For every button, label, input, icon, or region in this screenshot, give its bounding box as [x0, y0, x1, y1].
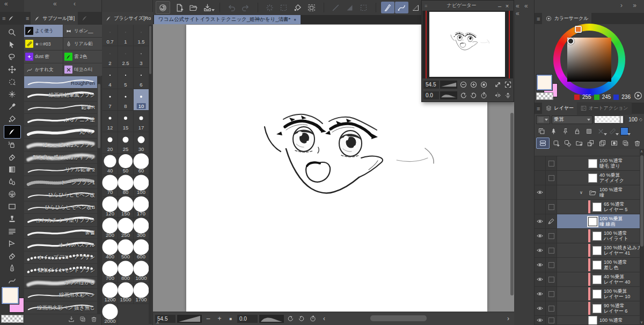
snap-to-ruler[interactable] — [381, 2, 394, 13]
layer-visibility-cell[interactable] — [535, 301, 546, 315]
brush-size-cell[interactable]: 700 — [103, 261, 118, 283]
auto-select-tool[interactable] — [4, 88, 20, 100]
brush-size-cell[interactable]: 10 — [134, 89, 149, 111]
brush-size-cell[interactable]: 200 — [103, 218, 118, 240]
brush-item[interactable]: 影を良い感じにぼかすブラ — [24, 151, 97, 164]
rotate-right[interactable] — [469, 90, 479, 100]
brush-item[interactable]: 線画用水彩ペン — [24, 289, 97, 301]
select-rectangle[interactable] — [357, 2, 370, 13]
brush-item[interactable]: 鉛筆R — [24, 102, 97, 114]
brush-size-cell[interactable]: 3 — [134, 46, 149, 68]
layer-checkbox[interactable] — [548, 233, 554, 239]
layer-thumbnail[interactable] — [592, 232, 602, 241]
brush-size-cell[interactable]: 0.7 — [103, 25, 118, 46]
layer-visibility-cell[interactable] — [535, 316, 546, 324]
scroll-left-button[interactable]: ‹ — [319, 314, 329, 323]
zoom-slider[interactable] — [177, 315, 202, 323]
collapse-statusbar-arrow[interactable]: ∧ — [156, 320, 159, 325]
brush-size-cell[interactable]: 2000 — [103, 304, 118, 325]
brush-size-cell[interactable]: 150 — [118, 197, 134, 218]
fill-polygon[interactable] — [343, 2, 356, 13]
layer-visibility-cell[interactable] — [535, 272, 546, 286]
brush-size-cell[interactable]: 12 — [103, 111, 118, 132]
brush-size-cell[interactable]: 500 — [118, 240, 134, 261]
layer-checkbox[interactable] — [548, 306, 554, 312]
brush-size-cell[interactable]: 1700 — [134, 283, 149, 304]
reset-rotation[interactable] — [479, 90, 489, 100]
layer-edit-cell[interactable] — [546, 243, 557, 257]
brush-size-cell[interactable]: 30 — [134, 132, 149, 154]
rotate-right-button[interactable] — [297, 314, 306, 323]
brush-item[interactable]: リアル鉛筆 2 — [24, 164, 97, 176]
transfer-to-lower[interactable] — [586, 138, 596, 148]
snap-to-special-ruler[interactable] — [395, 2, 408, 13]
brush-size-tab[interactable]: ブラシサイズ[Ro — [102, 12, 154, 25]
lock-transparent-pixels[interactable] — [583, 126, 594, 136]
pen-tool[interactable] — [4, 125, 21, 139]
layer-visibility-cell[interactable] — [535, 156, 546, 170]
zoom-in[interactable] — [469, 80, 479, 89]
operation-tool[interactable] — [4, 39, 20, 51]
opacity-stepper-icon[interactable]: ◇ — [639, 117, 642, 122]
brush-size-cell[interactable]: 800 — [118, 261, 134, 283]
layer-thumbnail[interactable] — [588, 174, 597, 183]
hue-marker[interactable] — [575, 26, 582, 33]
데코스티[interactable]: 데코스티 — [63, 63, 102, 76]
layer-row[interactable]: 100 %乗算 レイヤー 10 — [535, 287, 640, 301]
layer-row[interactable]: 40 %乗算 レイヤー 40 — [535, 272, 640, 287]
eraser-tool[interactable] — [4, 151, 20, 163]
save-file[interactable] — [201, 2, 214, 13]
brush-size-cell[interactable]: 20 — [103, 132, 118, 154]
minimize-button[interactable]: – — [496, 3, 503, 9]
tool-tab-pen-icon[interactable] — [8, 15, 15, 22]
layer-edit-cell[interactable] — [546, 316, 557, 324]
text-tool[interactable] — [4, 225, 20, 237]
layer-color[interactable] — [619, 126, 630, 136]
main-color-swatch[interactable] — [2, 287, 19, 304]
redo[interactable] — [239, 2, 252, 13]
brush-list-scrollbar[interactable] — [97, 76, 101, 314]
reference-layer[interactable] — [548, 126, 559, 136]
fit-to-screen[interactable] — [493, 80, 503, 89]
folder-expand-arrow[interactable]: ∨ — [580, 190, 583, 195]
brush-size-cell[interactable]: 7 — [103, 89, 118, 111]
eye-icon[interactable] — [536, 218, 544, 225]
eye-icon[interactable] — [536, 189, 544, 196]
eye-icon[interactable] — [536, 316, 544, 324]
color-slider-toggle[interactable] — [633, 91, 643, 100]
soft-eraser-tool[interactable] — [4, 250, 20, 262]
リアル鉛[interactable]: リアル鉛 — [63, 38, 102, 50]
eye-icon[interactable] — [536, 247, 544, 254]
pen-nib-tool[interactable] — [4, 262, 20, 275]
stamp-tool[interactable] — [4, 213, 20, 225]
rotation-slider[interactable] — [259, 315, 284, 323]
brush-size-cell[interactable]: 2.5 — [118, 46, 134, 68]
brush-size-cell[interactable]: 6 — [134, 68, 149, 89]
layer-visibility-cell[interactable] — [535, 258, 546, 272]
transparent-color-swatch[interactable] — [1, 315, 24, 323]
brush-item[interactable]: ふちアニメ塗 — [24, 114, 97, 126]
brush-size-cell[interactable]: 4 — [103, 68, 118, 89]
eye-icon[interactable] — [536, 305, 544, 312]
navigator-zoom-value[interactable]: 54.5 — [423, 81, 439, 89]
brush-item[interactable]: ひらひらヒモペン改B — [24, 201, 97, 214]
scroll-right-button[interactable]: › — [503, 314, 513, 323]
brush-item[interactable]: 線画用鉛筆風ブラシ — [24, 89, 97, 101]
eye-icon[interactable] — [536, 290, 544, 298]
layer-checkbox[interactable] — [548, 291, 554, 297]
undo[interactable] — [225, 2, 238, 13]
layer-thumbnail[interactable] — [592, 246, 602, 255]
layer-visibility-cell[interactable] — [535, 243, 546, 257]
set-ruler-range[interactable] — [607, 126, 618, 136]
layer-edit-cell[interactable] — [546, 185, 557, 199]
brush-size-cell[interactable]: 1 — [118, 25, 134, 46]
clip-studio-logo[interactable] — [156, 1, 170, 14]
dock-collapse-arrows[interactable]: « « « — [514, 0, 534, 325]
layer-edit-cell[interactable] — [546, 214, 557, 228]
eye-icon[interactable] — [536, 261, 544, 269]
brush-item[interactable]: ふわカチ シワ塗りブラシ — [24, 214, 97, 226]
layer-opacity-slider[interactable] — [594, 115, 624, 124]
navigator-zoom-slider[interactable] — [440, 81, 457, 89]
layer-edit-cell[interactable] — [546, 287, 557, 301]
zoom-in-button[interactable]: + — [215, 314, 224, 323]
